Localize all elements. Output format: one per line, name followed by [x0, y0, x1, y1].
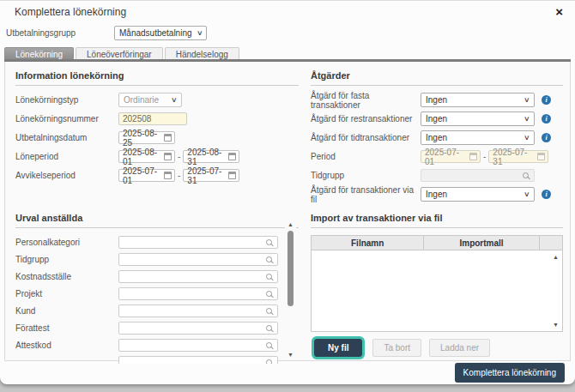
- search-icon[interactable]: [266, 256, 272, 262]
- rest-transactions-select[interactable]: Ingen ∨: [421, 112, 535, 126]
- select-value: Ingen: [426, 133, 447, 142]
- field-label: Avvikelseperiod: [15, 171, 118, 180]
- column-header-importmall: Importmall: [424, 236, 539, 250]
- info-icon[interactable]: i: [542, 114, 551, 124]
- scroll-down-icon[interactable]: ▼: [553, 322, 559, 328]
- field-label: Förattest: [15, 323, 118, 333]
- section-heading: Urval anställda: [15, 213, 299, 228]
- form-row: Lönekörningstyp Ordinarie ∨: [15, 93, 299, 107]
- scrollbar-track[interactable]: [285, 228, 296, 352]
- calendar-icon[interactable]: [164, 153, 172, 160]
- chevron-down-icon: ∨: [197, 29, 203, 37]
- salary-period-from-input[interactable]: 2025-08-01: [118, 150, 175, 163]
- field-label: Tidgrupp: [311, 171, 421, 180]
- chevron-down-icon: ∨: [524, 190, 530, 198]
- calendar-icon: [537, 153, 545, 160]
- calendar-icon: [469, 153, 477, 160]
- form-row: Löneperiod 2025-08-01 - 2025-08-31: [15, 149, 299, 164]
- info-icon[interactable]: i: [542, 133, 551, 142]
- chevron-down-icon: ∨: [524, 134, 530, 142]
- selection-scrollbar[interactable]: ▲ ▼: [285, 221, 296, 359]
- search-icon[interactable]: [266, 239, 272, 245]
- field-label: Utbetalningsdatum: [15, 133, 118, 142]
- tab-label: Händelselogg: [176, 50, 228, 59]
- field-label: Lönekörningsnummer: [15, 114, 118, 124]
- fixed-transactions-select[interactable]: Ingen ∨: [421, 93, 535, 107]
- field-label: Åtgärd för transaktioner via fil: [311, 185, 421, 204]
- tab-handelselogg[interactable]: Händelselogg: [165, 47, 239, 59]
- kostnadsstalle-search-input[interactable]: [118, 270, 278, 283]
- field-label: Åtgärd för restransaktioner: [311, 114, 421, 124]
- deviation-period-from-input[interactable]: 2025-07-01: [118, 169, 175, 182]
- tab-lonekorning[interactable]: Lönekörning: [4, 47, 74, 59]
- form-row: Åtgärd för fasta transaktioner Ingen ∨ i: [311, 93, 563, 107]
- selection-row: Kostnadsställe: [15, 269, 299, 283]
- form-row: Period 2025-07-01 - 2025-07-31: [311, 149, 563, 164]
- forattest-search-input[interactable]: [118, 322, 278, 335]
- calendar-icon[interactable]: [164, 172, 172, 179]
- search-icon[interactable]: [266, 342, 272, 348]
- time-transactions-select[interactable]: Ingen ∨: [421, 130, 535, 145]
- form-row: Lönekörningsnummer 202508: [15, 112, 299, 126]
- projekt-search-input[interactable]: [118, 287, 278, 300]
- komplettera-submit-button[interactable]: Komplettera lönekörning: [455, 363, 565, 383]
- partial-search-input[interactable]: [118, 356, 278, 365]
- selection-row: Personalkategori: [15, 235, 299, 249]
- date-value: 2025-07-01: [123, 166, 161, 185]
- chevron-down-icon: ∨: [171, 96, 178, 104]
- tab-label: Lönekörning: [15, 50, 63, 59]
- date-value: 2025-08-01: [123, 148, 161, 166]
- info-icon[interactable]: i: [542, 190, 551, 199]
- section-heading: Import av transaktioner via fil: [311, 213, 563, 228]
- calendar-icon[interactable]: [228, 153, 236, 160]
- scrollbar-thumb[interactable]: [288, 231, 294, 306]
- deviation-period-to-input[interactable]: 2025-07-31: [183, 169, 239, 182]
- calendar-icon[interactable]: [164, 134, 172, 142]
- personalkategori-search-input[interactable]: [118, 236, 278, 249]
- field-label: Tidgrupp: [15, 255, 118, 264]
- scroll-up-icon[interactable]: ▲: [553, 254, 559, 260]
- scroll-down-icon[interactable]: ▼: [288, 352, 294, 359]
- close-icon[interactable]: ×: [555, 7, 563, 17]
- action-period-to-input: 2025-07-31: [488, 150, 548, 163]
- form-row: Tidgrupp: [311, 168, 563, 183]
- paygroup-select-value: Månadsutbetalning: [119, 28, 192, 38]
- attestkod-search-input[interactable]: [118, 339, 278, 352]
- file-transactions-select[interactable]: Ingen ∨: [421, 187, 535, 202]
- search-icon[interactable]: [266, 274, 272, 280]
- import-file-table: Filnamn Importmall ▲ ▼: [311, 235, 563, 332]
- field-label: Period: [311, 152, 421, 161]
- field-label: Löneperiod: [15, 152, 118, 161]
- date-value: 2025-07-01: [425, 148, 467, 166]
- calendar-icon[interactable]: [228, 172, 236, 179]
- field-label: Projekt: [15, 289, 118, 299]
- date-value: 2025-08-31: [187, 148, 226, 166]
- date-value: 2025-08-25: [123, 129, 161, 148]
- paygroup-select[interactable]: Månadsutbetalning ∨: [114, 26, 207, 40]
- kund-search-input[interactable]: [118, 305, 278, 317]
- field-label: Kostnadsställe: [15, 272, 118, 281]
- selection-row: Förattest: [15, 321, 299, 335]
- payroll-number-input[interactable]: 202508: [118, 112, 187, 125]
- new-file-button[interactable]: Ny fil: [314, 339, 362, 357]
- tab-bar: Lönekörning Löneöverföringar Händelselog…: [4, 47, 571, 59]
- info-icon[interactable]: i: [542, 95, 551, 105]
- select-value: Ingen: [426, 114, 447, 124]
- section-atgarder: Åtgärder Åtgärd för fasta transaktioner …: [311, 70, 563, 213]
- scroll-up-icon[interactable]: ▲: [288, 221, 294, 228]
- search-icon[interactable]: [266, 325, 272, 331]
- payment-date-input[interactable]: 2025-08-25: [118, 131, 175, 144]
- search-icon[interactable]: [266, 359, 272, 365]
- payroll-type-select[interactable]: Ordinarie ∨: [118, 93, 182, 107]
- tidgrupp-selection-search-input[interactable]: [118, 253, 278, 266]
- column-header-spacer: [540, 236, 562, 250]
- select-value: Ordinarie: [124, 95, 159, 105]
- field-label: Lönekörningstyp: [15, 95, 118, 105]
- search-icon[interactable]: [266, 291, 272, 297]
- field-label: Åtgärd för fasta transaktioner: [311, 91, 421, 110]
- chevron-down-icon: ∨: [524, 96, 530, 104]
- search-icon[interactable]: [266, 308, 272, 314]
- salary-period-to-input[interactable]: 2025-08-31: [183, 150, 239, 163]
- tab-loneoverforingar[interactable]: Löneöverföringar: [76, 47, 163, 59]
- section-heading: Åtgärder: [311, 70, 563, 86]
